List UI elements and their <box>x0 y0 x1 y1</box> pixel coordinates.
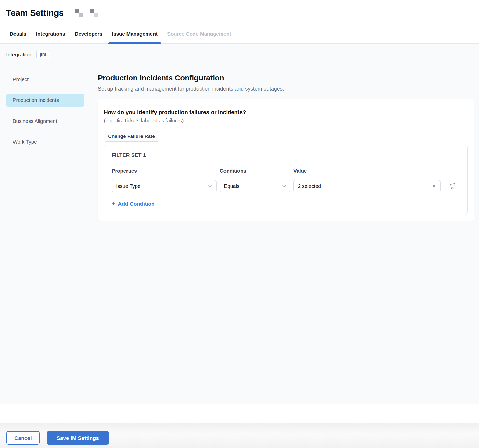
section-subtitle: Set up tracking and management for produ… <box>98 86 474 92</box>
value-field[interactable]: 2 selected ✕ <box>293 180 441 192</box>
tab-integrations[interactable]: Integrations <box>33 31 69 43</box>
column-header-conditions: Conditions <box>220 168 290 174</box>
column-header-spacer <box>444 168 460 174</box>
property-select[interactable]: Issue Type <box>112 180 217 192</box>
chevron-down-icon <box>208 185 212 187</box>
workspace: Project Production Incidents Business Al… <box>0 66 479 404</box>
tab-developers[interactable]: Developers <box>71 31 106 43</box>
tab-bar: Details Integrations Developers Issue Ma… <box>0 20 479 43</box>
config-card: How do you identify production failures … <box>98 99 474 221</box>
title-row: Team Settings <box>0 0 479 20</box>
question-heading: How do you identify production failures … <box>104 109 468 116</box>
tab-details[interactable]: Details <box>6 31 30 43</box>
sidebar-item-project[interactable]: Project <box>6 73 84 86</box>
placeholder-square-dark <box>90 9 94 13</box>
chevron-down-icon <box>282 185 286 187</box>
filter-grid: Properties Conditions Value Issue Type E… <box>112 158 460 192</box>
integration-bar: Integration: jira <box>0 44 479 66</box>
image-placeholder-icon <box>90 9 98 17</box>
tab-issue-management[interactable]: Issue Management <box>108 31 161 43</box>
content-panel: Production Incidents Configuration Set u… <box>91 66 479 404</box>
header: Team Settings Details Integrations Devel… <box>0 0 479 44</box>
placeholder-square-light <box>79 13 83 17</box>
placeholder-square-dark <box>75 9 79 13</box>
column-header-properties: Properties <box>112 168 217 174</box>
property-select-value: Issue Type <box>116 183 140 189</box>
sidebar-item-business-alignment[interactable]: Business Alignment <box>6 114 84 128</box>
trash-icon <box>449 183 456 190</box>
condition-select-value: Equals <box>224 183 240 189</box>
sidebar: Project Production Incidents Business Al… <box>0 66 91 397</box>
add-condition-button[interactable]: + Add Condition <box>112 201 155 207</box>
sidebar-item-production-incidents[interactable]: Production Incidents <box>6 94 84 107</box>
image-placeholder-icon <box>75 9 83 17</box>
section-title: Production Incidents Configuration <box>98 73 474 82</box>
sidebar-item-work-type[interactable]: Work Type <box>6 135 84 148</box>
footer-action-bar: Cancel Save IM Settings <box>0 423 479 448</box>
bottom-spacer <box>0 404 479 423</box>
integration-label: Integration: <box>6 52 33 58</box>
save-im-settings-button[interactable]: Save IM Settings <box>47 431 109 445</box>
page-title: Team Settings <box>6 8 64 18</box>
integration-chip: jira <box>36 50 50 59</box>
delete-filter-button[interactable] <box>449 183 456 190</box>
filter-set-card: FILTER SET 1 Properties Conditions Value… <box>104 145 468 214</box>
condition-select[interactable]: Equals <box>220 180 290 192</box>
question-hint: (e.g. Jira tickets labeled as failures) <box>104 118 468 124</box>
trash-cell <box>444 180 460 192</box>
tab-source-code-management[interactable]: Source Code Management <box>164 31 235 43</box>
clear-icon[interactable]: ✕ <box>432 184 436 189</box>
column-header-value: Value <box>293 168 441 174</box>
plus-icon: + <box>112 201 115 206</box>
value-field-text: 2 selected <box>298 183 321 189</box>
change-failure-rate-chip[interactable]: Change Failure Rate <box>104 131 159 142</box>
placeholder-square-light <box>94 13 98 17</box>
add-condition-label: Add Condition <box>118 201 155 207</box>
title-divider <box>70 8 70 17</box>
cancel-button[interactable]: Cancel <box>6 431 40 445</box>
filter-set-title: FILTER SET 1 <box>112 152 460 158</box>
